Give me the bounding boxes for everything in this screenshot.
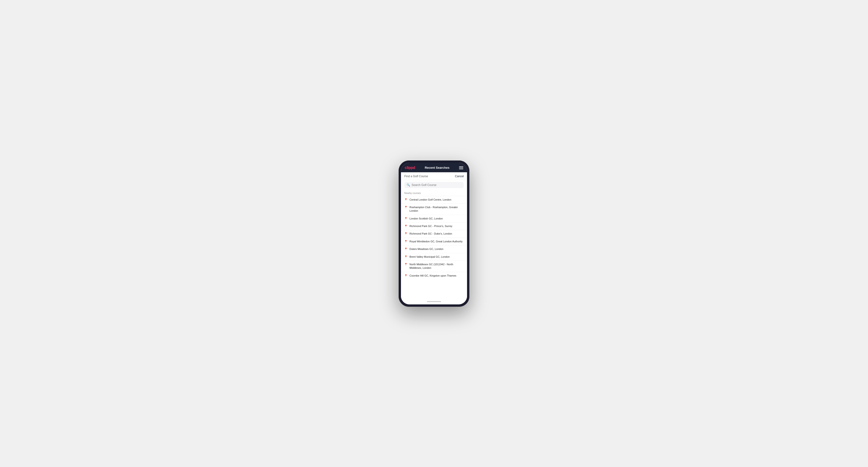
- list-item[interactable]: 📍 Central London Golf Centre, London: [401, 196, 467, 204]
- pin-icon: 📍: [404, 255, 408, 258]
- app-header: clippd Recent Searches: [401, 163, 467, 172]
- find-bar-title: Find a Golf Course: [404, 175, 428, 178]
- list-item[interactable]: 📍 Coombe Hill GC, Kingston upon Thames: [401, 272, 467, 279]
- course-list: 📍 Central London Golf Centre, London 📍 R…: [401, 196, 467, 280]
- course-name: Dukes Meadows GC, London: [409, 247, 443, 251]
- pin-icon: 📍: [404, 198, 408, 201]
- course-name: Coombe Hill GC, Kingston upon Thames: [409, 274, 457, 278]
- nearby-label: Nearby courses: [401, 190, 467, 196]
- list-item[interactable]: 📍 Richmond Park GC - Prince's, Surrey: [401, 222, 467, 230]
- course-name: Richmond Park GC - Duke's, London: [409, 232, 452, 236]
- pin-icon: 📍: [404, 232, 408, 235]
- pin-icon: 📍: [404, 217, 408, 220]
- app-logo: clippd: [405, 166, 415, 170]
- pin-icon: 📍: [404, 240, 408, 243]
- pin-icon: 📍: [404, 248, 408, 251]
- course-name: London Scottish GC, London: [409, 217, 443, 220]
- list-item[interactable]: 📍 Brent Valley Municipal GC, London: [401, 253, 467, 260]
- list-item[interactable]: 📍 North Middlesex GC (1011942 - North Mi…: [401, 260, 467, 272]
- list-item[interactable]: 📍 Royal Wimbledon GC, Great London Autho…: [401, 238, 467, 245]
- main-content: Find a Golf Course Cancel 🔍 Nearby cours…: [401, 172, 467, 299]
- home-bar: [427, 301, 441, 302]
- home-indicator: [401, 299, 467, 304]
- find-bar: Find a Golf Course Cancel: [401, 172, 467, 180]
- list-item[interactable]: 📍 London Scottish GC, London: [401, 215, 467, 222]
- course-name: North Middlesex GC (1011942 - North Midd…: [409, 262, 464, 270]
- pin-icon: 📍: [404, 263, 408, 266]
- course-name: Central London Golf Centre, London: [409, 198, 451, 201]
- menu-button[interactable]: [459, 166, 463, 169]
- course-name: Roehampton Club - Roehampton, Greater Lo…: [409, 206, 464, 213]
- search-input[interactable]: [411, 183, 461, 187]
- phone-screen: clippd Recent Searches Find a Golf Cours…: [401, 163, 467, 304]
- search-icon: 🔍: [407, 183, 410, 187]
- page-title: Recent Searches: [425, 166, 450, 169]
- course-name: Brent Valley Municipal GC, London: [409, 255, 450, 259]
- pin-icon: 📍: [404, 206, 408, 209]
- nearby-section: Nearby courses 📍 Central London Golf Cen…: [401, 190, 467, 299]
- list-item[interactable]: 📍 Richmond Park GC - Duke's, London: [401, 230, 467, 238]
- list-item[interactable]: 📍 Roehampton Club - Roehampton, Greater …: [401, 204, 467, 215]
- cancel-button[interactable]: Cancel: [455, 175, 464, 178]
- pin-icon: 📍: [404, 274, 408, 277]
- course-name: Royal Wimbledon GC, Great London Authori…: [409, 240, 463, 243]
- course-name: Richmond Park GC - Prince's, Surrey: [409, 224, 453, 228]
- search-box[interactable]: 🔍: [404, 182, 464, 188]
- list-item[interactable]: 📍 Dukes Meadows GC, London: [401, 245, 467, 253]
- phone-device: clippd Recent Searches Find a Golf Cours…: [399, 160, 469, 307]
- search-container: 🔍: [401, 180, 467, 190]
- pin-icon: 📍: [404, 225, 408, 228]
